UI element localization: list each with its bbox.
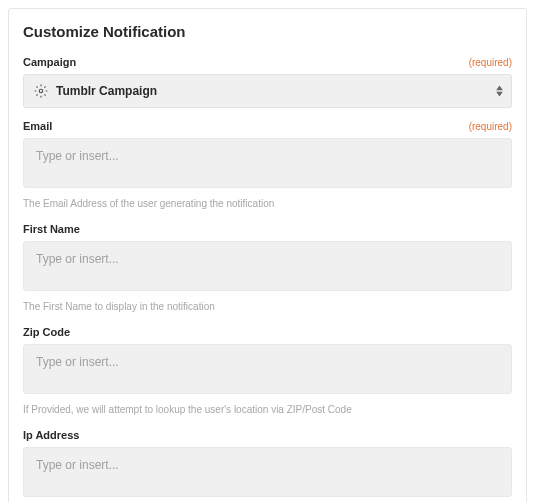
sort-icon	[496, 86, 503, 97]
email-help: The Email Address of the user generating…	[23, 198, 512, 209]
email-field-group: Email (required) The Email Address of th…	[23, 120, 512, 209]
zip-code-help: If Provided, we will attempt to lookup t…	[23, 404, 512, 415]
required-indicator: (required)	[469, 121, 512, 132]
zip-code-label: Zip Code	[23, 326, 70, 338]
campaign-select[interactable]: Tumblr Campaign	[23, 74, 512, 108]
customize-notification-panel: Customize Notification Campaign (require…	[8, 8, 527, 502]
svg-point-0	[39, 89, 43, 93]
campaign-field: Campaign (required) Tumblr Campaign	[23, 56, 512, 108]
first-name-field-group: First Name The First Name to display in …	[23, 223, 512, 312]
page-title: Customize Notification	[23, 23, 512, 40]
ip-address-input[interactable]	[23, 447, 512, 497]
first-name-help: The First Name to display in the notific…	[23, 301, 512, 312]
zip-code-input[interactable]	[23, 344, 512, 394]
email-label: Email	[23, 120, 52, 132]
ip-address-field-group: Ip Address If Provided, we will attempt …	[23, 429, 512, 502]
ip-address-label: Ip Address	[23, 429, 79, 441]
campaign-label: Campaign	[23, 56, 76, 68]
email-input[interactable]	[23, 138, 512, 188]
gear-icon	[34, 84, 48, 98]
campaign-value: Tumblr Campaign	[56, 84, 157, 98]
zip-code-field-group: Zip Code If Provided, we will attempt to…	[23, 326, 512, 415]
required-indicator: (required)	[469, 57, 512, 68]
first-name-label: First Name	[23, 223, 80, 235]
first-name-input[interactable]	[23, 241, 512, 291]
